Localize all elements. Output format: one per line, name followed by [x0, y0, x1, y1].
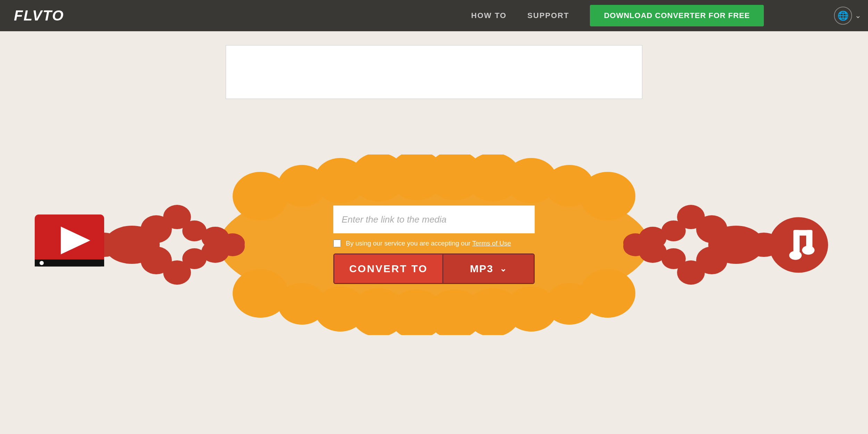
main-content: By using our service you are accepting o… [0, 113, 868, 377]
terms-text: By using our service you are accepting o… [346, 240, 511, 247]
how-to-link[interactable]: HOW TO [471, 11, 507, 20]
terms-checkbox[interactable] [333, 240, 341, 247]
support-link[interactable]: SUPPORT [527, 11, 569, 20]
svg-point-20 [580, 269, 635, 318]
convert-to-button[interactable]: CONVERT TO [334, 254, 442, 283]
header: FLVTO HOW TO SUPPORT DOWNLOAD CONVERTER … [0, 0, 868, 31]
language-selector[interactable]: 🌐 ⌄ [834, 7, 861, 25]
svg-rect-47 [35, 260, 104, 267]
svg-point-10 [580, 172, 635, 220]
svg-point-44 [623, 237, 648, 256]
download-rest-text: CONVERTER FOR FREE [652, 11, 750, 20]
ad-banner [226, 45, 642, 99]
svg-point-48 [40, 261, 44, 265]
waveform-container: By using our service you are accepting o… [0, 155, 868, 335]
center-form: By using our service you are accepting o… [333, 206, 535, 284]
youtube-icon [35, 215, 115, 275]
convert-button-row: CONVERT TO MP3 ⌄ [333, 253, 535, 284]
svg-point-54 [802, 246, 815, 255]
globe-icon: 🌐 [834, 7, 852, 25]
download-bold-text: DOWNLOAD [604, 11, 652, 20]
terms-of-use-link[interactable]: Terms of Use [472, 240, 511, 247]
format-label: MP3 [470, 263, 493, 275]
chevron-down-icon: ⌄ [855, 11, 861, 20]
music-note-icon [764, 215, 833, 275]
svg-point-53 [789, 251, 802, 260]
nav: HOW TO SUPPORT DOWNLOAD CONVERTER FOR FR… [471, 5, 764, 26]
format-chevron-down-icon: ⌄ [500, 264, 507, 274]
format-select-button[interactable]: MP3 ⌄ [442, 254, 534, 283]
download-converter-button[interactable]: DOWNLOAD CONVERTER FOR FREE [590, 5, 764, 26]
terms-row: By using our service you are accepting o… [333, 240, 535, 247]
url-input[interactable] [333, 206, 535, 233]
svg-point-32 [220, 237, 245, 256]
logo: FLVTO [14, 7, 64, 24]
